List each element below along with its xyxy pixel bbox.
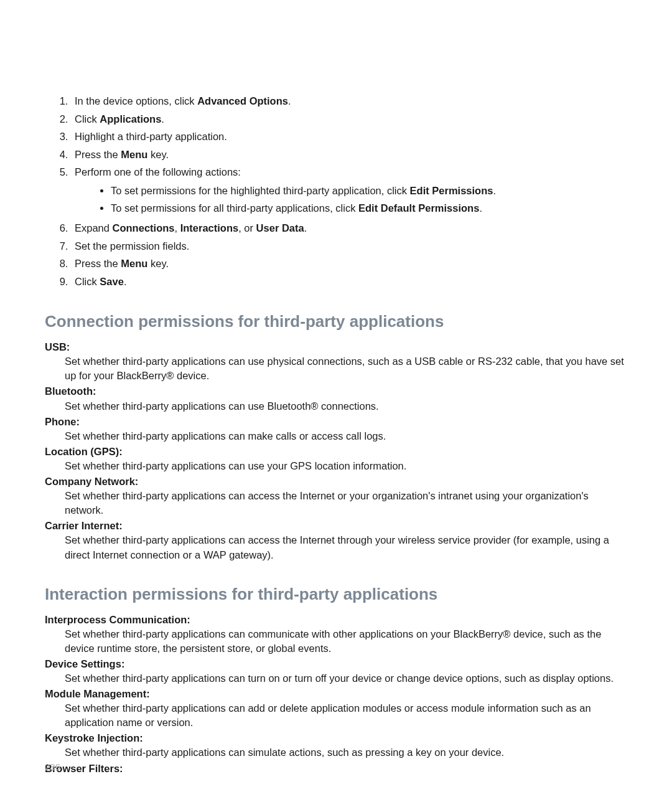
desc-ipc: Set whether third-party applications can… (45, 627, 627, 656)
step-5-sublist: To set permissions for the highlighted t… (75, 183, 627, 217)
desc-device-settings: Set whether third-party applications can… (45, 671, 627, 686)
term-company-network: Company Network: (45, 474, 627, 489)
term-bluetooth: Bluetooth: (45, 384, 627, 399)
interaction-definitions: Interprocess Communication: Set whether … (45, 613, 627, 776)
desc-usb: Set whether third-party applications can… (45, 354, 627, 383)
desc-bluetooth: Set whether third-party applications can… (45, 399, 627, 413)
term-carrier-internet: Carrier Internet: (45, 519, 627, 533)
step-5: Perform one of the following actions: To… (71, 164, 627, 217)
term-location: Location (GPS): (45, 445, 627, 459)
numbered-steps: In the device options, click Advanced Op… (45, 93, 627, 290)
term-phone: Phone: (45, 415, 627, 429)
section-heading-interaction: Interaction permissions for third-party … (45, 585, 627, 604)
term-keystroke-injection: Keystroke Injection: (45, 731, 627, 745)
step-8: Press the Menu key. (71, 256, 627, 272)
step-7: Set the permission fields. (71, 238, 627, 255)
term-usb: USB: (45, 340, 627, 354)
step-9: Click Save. (71, 274, 627, 290)
term-browser-filters: Browser Filters: (45, 762, 627, 776)
term-module-management: Module Management: (45, 687, 627, 701)
desc-location: Set whether third-party applications can… (45, 459, 627, 473)
step-2: Click Applications. (71, 111, 627, 128)
page-number: 236 (45, 762, 60, 772)
term-ipc: Interprocess Communication: (45, 613, 627, 627)
desc-company-network: Set whether third-party applications can… (45, 489, 627, 517)
desc-keystroke-injection: Set whether third-party applications can… (45, 745, 627, 760)
step-5-sub-1: To set permissions for the highlighted t… (111, 183, 627, 199)
term-device-settings: Device Settings: (45, 657, 627, 671)
step-4: Press the Menu key. (71, 147, 627, 163)
step-6: Expand Connections, Interactions, or Use… (71, 220, 627, 237)
connection-definitions: USB: Set whether third-party application… (45, 340, 627, 562)
section-heading-connection: Connection permissions for third-party a… (45, 312, 627, 331)
desc-module-management: Set whether third-party applications can… (45, 701, 627, 730)
step-3: Highlight a third-party application. (71, 129, 627, 145)
step-1: In the device options, click Advanced Op… (71, 93, 627, 110)
step-5-sub-2: To set permissions for all third-party a… (111, 201, 627, 217)
desc-phone: Set whether third-party applications can… (45, 429, 627, 443)
desc-carrier-internet: Set whether third-party applications can… (45, 533, 627, 562)
